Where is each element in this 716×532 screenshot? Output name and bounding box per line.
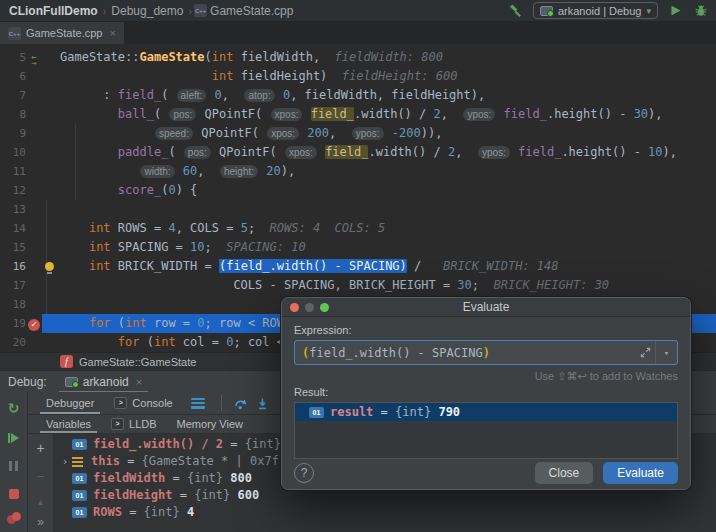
code-token: int	[154, 335, 176, 349]
expression-input[interactable]: (field_.width() - SPACING) ▾	[294, 340, 678, 365]
expression-token: )	[483, 346, 490, 360]
close-window-icon[interactable]	[290, 303, 299, 312]
code-text: : field_( aleft: 0, atop: 0, fieldWidth,…	[56, 86, 485, 105]
code-token: (	[205, 50, 212, 64]
session-tab-label: arkanoid	[83, 375, 129, 389]
code-token: (	[161, 88, 175, 102]
breakpoint-icon[interactable]: ✓	[28, 319, 40, 331]
current-function-breadcrumb[interactable]: GameState::GameState	[79, 356, 196, 368]
rerun-icon[interactable]: ↻	[4, 398, 24, 418]
tab-gamestate-cpp[interactable]: C++ GameState.cpp ×	[0, 22, 124, 44]
variable-row[interactable]: 01ROWS = {int} 4	[54, 504, 716, 521]
code-text: for (int col = 0; col <	[56, 333, 284, 352]
add-watch-icon[interactable]: +	[31, 438, 51, 458]
variable-name: field_.width() / 2	[93, 436, 223, 453]
code-token: -200	[392, 126, 421, 140]
code-token	[303, 107, 310, 121]
result-row[interactable]: 01 result = {int} 790	[295, 403, 677, 421]
code-text: speed: QPointF( xpos: 200, ypos: -200)),	[56, 124, 442, 143]
resume-icon[interactable]	[4, 428, 24, 448]
tab-variables[interactable]: Variables	[36, 415, 101, 433]
expand-editor-icon[interactable]	[635, 347, 655, 358]
more-actions-icon[interactable]: »	[4, 528, 24, 532]
evaluate-button[interactable]: Evaluate	[603, 462, 678, 484]
line-number: 8	[0, 105, 26, 124]
gutter-fold-slot	[42, 257, 56, 276]
code-line[interactable]: 11 width: 60, height: 20),	[0, 162, 716, 181]
code-text: COLS - SPACING, BRICK_HEIGHT = 30; BRICK…	[56, 276, 609, 295]
dialog-title-bar[interactable]: Evaluate	[282, 298, 690, 317]
help-button[interactable]: ?	[294, 463, 314, 483]
step-into-icon[interactable]	[252, 392, 274, 414]
tab-memory-view[interactable]: Memory View	[167, 415, 253, 433]
code-line[interactable]: 9 speed: QPointF( xpos: 200, ypos: -200)…	[0, 124, 716, 143]
code-line[interactable]: 15 int SPACING = 10; SPACING: 10	[0, 238, 716, 257]
code-token: ypos:	[352, 127, 384, 140]
expand-chevron-icon[interactable]: ›	[58, 453, 72, 470]
close-button[interactable]: Close	[535, 462, 594, 484]
tab-console[interactable]: > Console	[104, 392, 182, 414]
code-line[interactable]: 5←→GameState::GameState(int fieldWidth, …	[0, 48, 716, 67]
expression-label: Expression:	[294, 324, 678, 336]
expression-value: (field_.width() - SPACING)	[302, 346, 635, 360]
code-token: .height() -	[561, 145, 648, 159]
view-breakpoints-icon[interactable]	[4, 508, 24, 528]
code-line[interactable]: 14 int ROWS = 4, COLS = 5; ROWS: 4 COLS:…	[0, 219, 716, 238]
step-over-icon[interactable]	[230, 392, 252, 414]
code-token: ,	[222, 88, 244, 102]
stop-icon[interactable]	[4, 484, 24, 504]
code-token: pos:	[184, 146, 211, 159]
minimize-window-icon[interactable]	[305, 303, 314, 312]
primitive-type-icon: 01	[72, 473, 87, 484]
code-line[interactable]: 6 int fieldHeight) fieldHeight: 600	[0, 67, 716, 86]
clion-window: CLionFullDemo › Debug_demo › C++ GameSta…	[0, 0, 716, 532]
code-token: col =	[176, 335, 227, 349]
code-line[interactable]: 7 : field_( aleft: 0, atop: 0, fieldWidt…	[0, 86, 716, 105]
code-token: QPointF(	[194, 126, 266, 140]
line-number: 11	[0, 162, 26, 181]
debug-bug-icon[interactable]	[692, 2, 710, 20]
code-token	[60, 164, 139, 178]
run-configuration-select[interactable]: arkanoid | Debug ▾	[533, 2, 658, 19]
chevron-down-icon: ▾	[646, 6, 651, 16]
code-line[interactable]: 10 paddle_( pos: QPointF( xpos: field_.w…	[0, 143, 716, 162]
breadcrumb-file[interactable]: GameState.cpp	[207, 4, 296, 18]
more-watches-icon[interactable]: »	[31, 512, 51, 532]
run-button[interactable]	[666, 2, 684, 20]
code-token: 5	[241, 221, 248, 235]
expression-history-dropdown[interactable]: ▾	[655, 341, 677, 364]
breadcrumb-project[interactable]: CLionFullDemo	[6, 4, 101, 18]
variable-name: fieldHeight	[93, 487, 172, 504]
code-token: ,	[197, 164, 219, 178]
code-line[interactable]: 12 score_(0) {	[0, 181, 716, 200]
code-line[interactable]: 8 ball_( pos: QPointF( xpos: field_.widt…	[0, 105, 716, 124]
intention-bulb-icon[interactable]	[45, 262, 54, 271]
code-token: , COLS =	[176, 221, 241, 235]
tab-debugger[interactable]: Debugger	[36, 392, 104, 414]
move-up-icon[interactable]: ▲	[31, 492, 51, 512]
tab-label: LLDB	[129, 418, 157, 430]
session-close-icon[interactable]: ×	[134, 376, 142, 388]
code-line[interactable]: 13	[0, 200, 716, 219]
variable-name: ROWS	[93, 504, 122, 521]
breadcrumb-folder[interactable]: Debug_demo	[108, 4, 186, 18]
code-line[interactable]: 16 int BRICK_WIDTH = (field_.width() - S…	[0, 257, 716, 276]
code-token: ball_	[118, 107, 154, 121]
code-token: field_	[118, 88, 161, 102]
line-number: 10	[0, 143, 26, 162]
line-number: 14	[0, 219, 26, 238]
app-window-icon	[65, 377, 78, 387]
line-number: 18	[0, 295, 26, 314]
debug-session-tab[interactable]: arkanoid ×	[57, 371, 150, 393]
build-hammer-icon[interactable]	[507, 2, 525, 20]
tab-close-icon[interactable]: ×	[107, 27, 115, 39]
zoom-window-icon[interactable]	[320, 303, 329, 312]
variable-eq: =	[223, 436, 245, 453]
remove-watch-icon[interactable]: −	[31, 466, 51, 486]
run-configuration-label: arkanoid | Debug	[558, 5, 642, 17]
pause-icon[interactable]	[4, 456, 24, 476]
code-line[interactable]: 17 COLS - SPACING, BRICK_HEIGHT = 30; BR…	[0, 276, 716, 295]
tab-lldb[interactable]: > LLDB	[101, 415, 167, 433]
layout-menu-icon[interactable]	[191, 398, 205, 409]
code-token: field_	[504, 107, 547, 121]
